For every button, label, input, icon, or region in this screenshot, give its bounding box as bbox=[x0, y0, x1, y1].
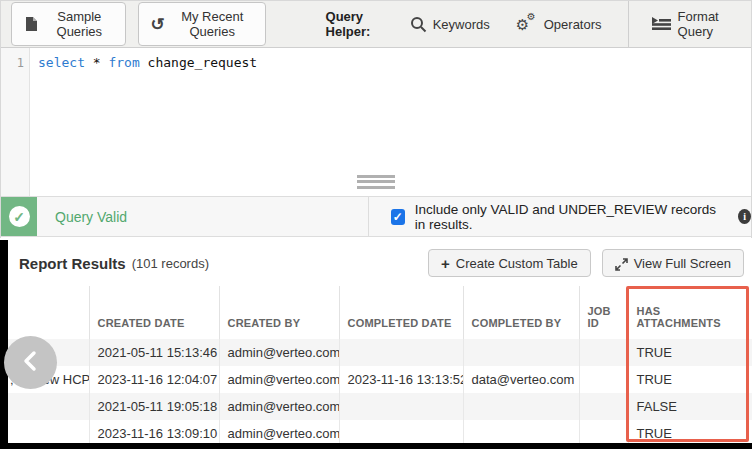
column-header-job-id: JOB ID bbox=[579, 286, 628, 339]
table-row[interactable]: 2023-11-16 13:09:10 admin@verteo.com TRU… bbox=[8, 420, 752, 447]
search-icon bbox=[410, 15, 427, 32]
cell-created-date: 2021-05-11 15:13:46 bbox=[89, 339, 219, 366]
cell-has-attachments: TRUE bbox=[628, 366, 752, 393]
info-icon[interactable]: i bbox=[738, 209, 751, 224]
valid-badge: ✓ bbox=[1, 197, 37, 236]
report-results-panel: Report Results (101 records) + Create Cu… bbox=[0, 240, 752, 449]
sql-keyword: select bbox=[38, 55, 85, 70]
column-header bbox=[8, 286, 89, 339]
validation-bar: ✓ Query Valid ✓ Include only VALID and U… bbox=[1, 196, 751, 237]
query-valid-label: Query Valid bbox=[55, 209, 127, 225]
table-row[interactable]: 2021-05-11 15:13:46 admin@verteo.com TRU… bbox=[8, 339, 752, 366]
cell-job-id bbox=[579, 366, 628, 393]
filter-checkbox-label: Include only VALID and UNDER_REVIEW reco… bbox=[415, 202, 726, 232]
cell-has-attachments: TRUE bbox=[628, 420, 752, 447]
editor-resize-handle[interactable] bbox=[357, 175, 395, 192]
query-tool-screen: Sample Queries ↺ My Recent Queries Query… bbox=[0, 0, 752, 449]
column-header-created-by: CREATED BY bbox=[219, 286, 339, 339]
record-count: (101 records) bbox=[132, 256, 209, 271]
editor-gutter: 1 bbox=[1, 48, 30, 196]
check-circle-icon: ✓ bbox=[9, 206, 30, 227]
cell-completed-date: 2023-11-16 13:13:52 bbox=[339, 366, 463, 393]
query-toolbar: Sample Queries ↺ My Recent Queries Query… bbox=[1, 1, 751, 48]
cell-created-by: admin@verteo.com bbox=[219, 393, 339, 420]
cell-job-id bbox=[579, 393, 628, 420]
sql-text: * bbox=[85, 55, 108, 70]
cell-job-id bbox=[579, 339, 628, 366]
cell-completed-by: data@verteo.com bbox=[463, 366, 579, 393]
column-header-created-date: CREATED DATE bbox=[89, 286, 219, 339]
document-icon bbox=[24, 16, 39, 33]
keywords-label: Keywords bbox=[433, 17, 490, 32]
cell bbox=[8, 393, 89, 420]
report-results-title: Report Results bbox=[19, 255, 126, 272]
sample-queries-label: Sample Queries bbox=[46, 9, 113, 39]
operators-label: Operators bbox=[544, 17, 602, 32]
sql-keyword: from bbox=[108, 55, 139, 70]
valid-records-checkbox[interactable]: ✓ bbox=[391, 209, 405, 225]
gears-icon: ⚙⚙ bbox=[516, 15, 538, 33]
cell-completed-by bbox=[463, 393, 579, 420]
format-query-section: Format Query bbox=[628, 1, 751, 47]
cell-created-date: 2023-11-16 13:09:10 bbox=[89, 420, 219, 447]
validation-status: ✓ Query Valid bbox=[1, 197, 369, 236]
column-header-completed-date: COMPLETED DATE bbox=[339, 286, 463, 339]
cell-completed-date bbox=[339, 420, 463, 447]
view-full-screen-button[interactable]: View Full Screen bbox=[602, 249, 744, 276]
history-icon: ↺ bbox=[151, 16, 165, 33]
column-header-completed-by: COMPLETED BY bbox=[463, 286, 579, 339]
format-indent-icon bbox=[651, 16, 671, 32]
expand-arrows-icon bbox=[615, 255, 628, 270]
cell-completed-by bbox=[463, 339, 579, 366]
sql-editor[interactable]: 1 select * from change_request bbox=[1, 48, 751, 196]
format-query-label: Format Query bbox=[678, 9, 733, 39]
query-tool-panel: Sample Queries ↺ My Recent Queries Query… bbox=[0, 0, 752, 238]
table-row[interactable]: 2021-05-11 19:05:18 admin@verteo.com FAL… bbox=[8, 393, 752, 420]
cell-created-by: admin@verteo.com bbox=[219, 366, 339, 393]
column-header-has-attachments: HAS ATTACHMENTS bbox=[628, 286, 752, 339]
report-header-buttons: + Create Custom Table View Full Screen bbox=[428, 249, 744, 276]
operators-button[interactable]: ⚙⚙ Operators bbox=[516, 15, 602, 33]
keywords-button[interactable]: Keywords bbox=[410, 15, 490, 32]
cell bbox=[8, 420, 89, 447]
table-row[interactable]: ; no new HCP 2023-11-16 12:04:07 admin@v… bbox=[8, 366, 752, 393]
view-full-screen-label: View Full Screen bbox=[634, 256, 731, 271]
previous-page-button[interactable] bbox=[4, 336, 57, 389]
cell-job-id bbox=[579, 420, 628, 447]
cell-completed-by bbox=[463, 420, 579, 447]
format-query-button[interactable]: Format Query bbox=[651, 9, 733, 39]
sql-text: change_request bbox=[140, 55, 257, 70]
chevron-left-icon bbox=[20, 350, 42, 376]
sample-queries-button[interactable]: Sample Queries bbox=[11, 2, 126, 46]
plus-icon: + bbox=[441, 256, 450, 271]
cell-completed-date bbox=[339, 393, 463, 420]
cell-completed-date bbox=[339, 339, 463, 366]
cell-created-date: 2023-11-16 12:04:07 bbox=[89, 366, 219, 393]
create-custom-table-label: Create Custom Table bbox=[456, 256, 578, 271]
code-line: select * from change_request bbox=[38, 55, 257, 70]
query-helper-label: Query Helper: bbox=[326, 9, 392, 39]
line-number: 1 bbox=[17, 56, 24, 70]
filter-option-row: ✓ Include only VALID and UNDER_REVIEW re… bbox=[369, 197, 751, 236]
table-header-row: CREATED DATE CREATED BY COMPLETED DATE C… bbox=[8, 286, 752, 339]
create-custom-table-button[interactable]: + Create Custom Table bbox=[428, 249, 591, 276]
cell-created-date: 2021-05-11 19:05:18 bbox=[89, 393, 219, 420]
cell-has-attachments: TRUE bbox=[628, 339, 752, 366]
results-table: CREATED DATE CREATED BY COMPLETED DATE C… bbox=[8, 286, 752, 447]
report-results-header: Report Results (101 records) + Create Cu… bbox=[8, 240, 752, 286]
cell-has-attachments: FALSE bbox=[628, 393, 752, 420]
my-recent-queries-label: My Recent Queries bbox=[172, 9, 253, 39]
cell-created-by: admin@verteo.com bbox=[219, 339, 339, 366]
my-recent-queries-button[interactable]: ↺ My Recent Queries bbox=[138, 2, 266, 46]
cell-created-by: admin@verteo.com bbox=[219, 420, 339, 447]
